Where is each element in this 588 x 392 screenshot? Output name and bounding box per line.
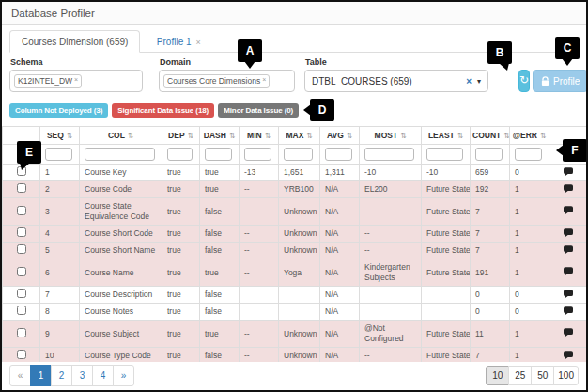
- remove-chip-icon[interactable]: ×: [262, 76, 266, 83]
- profile-button[interactable]: Profile: [533, 70, 588, 92]
- comment-icon[interactable]: [564, 228, 573, 237]
- row-checkbox[interactable]: [17, 227, 26, 237]
- row-checkbox[interactable]: [17, 328, 26, 337]
- column-label: DASH: [204, 131, 226, 140]
- cell-dep: true: [162, 243, 200, 259]
- domain-chip-label: Courses Core Dimensions: [167, 76, 260, 86]
- column-header-min[interactable]: MIN⇅: [240, 127, 279, 145]
- comment-icon[interactable]: [564, 245, 573, 254]
- row-checkbox[interactable]: [17, 183, 26, 193]
- comment-icon[interactable]: [564, 167, 573, 176]
- row-checkbox[interactable]: [17, 267, 26, 276]
- sort-icon: ⇅: [306, 132, 312, 140]
- filter-input-dash[interactable]: [205, 148, 232, 161]
- column-header-col[interactable]: COL⇅: [80, 127, 162, 145]
- tab-profile-1[interactable]: Profile 1×: [145, 30, 213, 53]
- filter-input-dep[interactable]: [167, 148, 193, 161]
- row-checkbox[interactable]: [17, 350, 26, 359]
- page-size-100[interactable]: 100: [553, 366, 579, 385]
- comment-icon[interactable]: [564, 328, 573, 337]
- pager-page-1[interactable]: 1: [30, 365, 52, 386]
- cell-max: [279, 287, 320, 304]
- row-checkbox[interactable]: [17, 306, 26, 315]
- cell-col: Course Short Code: [80, 226, 162, 243]
- cell-least: [422, 304, 471, 321]
- cell-seq: 8: [40, 304, 80, 321]
- close-tab-icon[interactable]: ×: [196, 38, 201, 47]
- filter-input-min[interactable]: [244, 148, 271, 161]
- refresh-button[interactable]: ↻: [518, 70, 530, 92]
- schema-input[interactable]: K12INTEL_DW×: [9, 70, 143, 92]
- domain-chip: Courses Core Dimensions×: [163, 74, 270, 88]
- filter-input-seq[interactable]: [45, 148, 72, 161]
- cell-dash: true: [200, 321, 240, 348]
- column-header-seq[interactable]: SEQ⇅: [40, 127, 80, 145]
- comment-icon[interactable]: [564, 267, 573, 275]
- page-size-25[interactable]: 25: [508, 366, 532, 385]
- page-size-10[interactable]: 10: [486, 366, 509, 385]
- column-header-avg[interactable]: AVG⇅: [320, 127, 360, 145]
- comment-icon[interactable]: [564, 184, 573, 193]
- cell-max: Unknown: [279, 243, 320, 259]
- page-size-50[interactable]: 50: [531, 366, 554, 385]
- badge-column-not-deployed[interactable]: Column Not Deployed (3): [9, 103, 108, 118]
- pager-page-3[interactable]: 3: [71, 365, 93, 386]
- cell-most: --: [360, 198, 422, 226]
- remove-chip-icon[interactable]: ×: [74, 76, 78, 83]
- tab-courses-dimension[interactable]: Courses Dimension (659): [9, 30, 140, 53]
- column-header-least[interactable]: LEAST⇅: [422, 127, 471, 145]
- comment-icon[interactable]: [564, 206, 573, 214]
- row-checkbox[interactable]: [17, 206, 26, 215]
- badge-significant-data-issue[interactable]: Significant Data Issue (18): [112, 103, 214, 118]
- filter-input-least[interactable]: [426, 148, 463, 161]
- cell-min: [240, 287, 279, 304]
- table-select[interactable]: DTBL_COURSES (659) ×▾: [304, 70, 488, 92]
- cell-seq: 7: [40, 287, 80, 304]
- cell-max: Unknown: [279, 348, 320, 363]
- pager-page-4[interactable]: 4: [92, 365, 114, 386]
- cell-least: Future State: [422, 198, 471, 226]
- filter-input-err[interactable]: [515, 148, 542, 161]
- cell-max: Unknown: [279, 226, 320, 243]
- domain-label: Domain: [160, 57, 295, 67]
- cell-max: Yoga: [279, 259, 320, 287]
- comment-icon[interactable]: [564, 306, 573, 315]
- column-header-dep[interactable]: DEP⇅: [162, 127, 200, 145]
- row-checkbox[interactable]: [17, 244, 26, 254]
- column-header-most[interactable]: MOST⇅: [360, 127, 422, 145]
- cell-col: Course Name: [80, 259, 162, 287]
- column-header-err[interactable]: @ERR⇅: [510, 127, 549, 145]
- row-checkbox[interactable]: [17, 289, 26, 298]
- cell-dep: true: [162, 348, 200, 363]
- chevron-down-icon[interactable]: ▾: [477, 77, 481, 86]
- actions-cell: [549, 304, 587, 321]
- cell-err: 0: [510, 165, 549, 181]
- cell-col: Course State Equivalence Code: [80, 198, 162, 226]
- column-header-count[interactable]: COUNT⇅: [471, 127, 510, 145]
- column-header-dash[interactable]: DASH⇅: [200, 127, 240, 145]
- column-header-max[interactable]: MAX⇅: [279, 127, 320, 145]
- cell-count: 192: [471, 181, 510, 198]
- filter-input-count[interactable]: [475, 148, 503, 161]
- table-row: 8Course NotestruefalseN/A00: [3, 304, 587, 321]
- cell-col: Course Code: [80, 181, 162, 198]
- filter-cell-err: [510, 145, 549, 165]
- comment-icon[interactable]: [564, 290, 573, 298]
- filter-input-max[interactable]: [284, 148, 313, 161]
- cell-col: Course Type Code: [80, 348, 162, 363]
- refresh-icon: ↻: [519, 73, 529, 86]
- cell-avg: N/A: [320, 348, 360, 363]
- comment-icon[interactable]: [564, 351, 573, 359]
- tab-label: Courses Dimension (659): [22, 37, 128, 47]
- filter-input-most[interactable]: [364, 148, 414, 161]
- clear-selection-icon[interactable]: ×: [466, 76, 472, 86]
- pager-prev[interactable]: «: [9, 365, 31, 386]
- pager-page-2[interactable]: 2: [51, 365, 72, 386]
- filter-cell-count: [471, 145, 510, 165]
- cell-avg: N/A: [320, 226, 360, 243]
- badge-minor-data-issue[interactable]: Minor Data Issue (0): [218, 103, 299, 118]
- filter-input-col[interactable]: [85, 148, 155, 161]
- filter-input-avg[interactable]: [325, 148, 352, 161]
- pager-next[interactable]: »: [113, 365, 134, 386]
- domain-input[interactable]: Courses Core Dimensions×: [159, 70, 295, 92]
